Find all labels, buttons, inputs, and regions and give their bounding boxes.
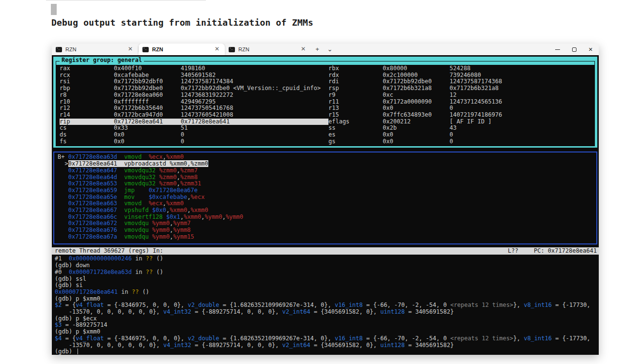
terminal-app-icon: [229, 47, 235, 52]
console-line: -13570, 0, 0, 0, 0, 0, 0}, v4_int32 = {-…: [55, 309, 597, 316]
console-line: #1 0x0000000000000246 in ?? (): [55, 256, 597, 262]
tab-close-icon[interactable]: ✕: [213, 46, 221, 53]
assembly-listing: B+ 0x71728e8ea63d vmovd %ecx,%xmm0 >0x71…: [58, 154, 596, 240]
assembly-line: B+ 0x71728e8ea63d vmovd %ecx,%xmm0: [58, 154, 596, 161]
tab-rzn-3[interactable]: RZN ✕: [225, 44, 311, 55]
tab-title: RZN: [238, 46, 296, 52]
top-divider-line: [46, 0, 206, 0]
tab-rzn-2-active[interactable]: RZN ✕: [139, 44, 225, 55]
register-row: fs0x00gs0x00: [60, 138, 594, 145]
assembly-line: 0x71728e8ea653 vmovdqu32 %zmm0,%zmm31: [58, 181, 596, 187]
console-line: #0 0x000071728e8ea63d in ?? (): [55, 269, 597, 276]
register-row: rip0x71728e8ea6410x71728e8ea641eflags0x2…: [60, 119, 594, 125]
console-line: -13570, 0, 0, 0, 0, 0, 0}, v4_int32 = {-…: [55, 342, 597, 349]
assembly-line: 0x71728e8ea659 jmp 0x71728e8ea67e: [58, 187, 596, 194]
register-row: r100xffffffff4294967295r110x7172a0000090…: [60, 99, 594, 106]
console-line: (gdb) p $xmm0: [55, 329, 597, 335]
console-line: 0x000071728e8ea641 in ?? (): [55, 289, 597, 296]
assembly-line: 0x71728e8ea667 vpshufd $0x0,%xmm0,%xmm0: [58, 207, 596, 214]
gdb-console[interactable]: #1 0x0000000000000246 in ?? ()(gdb) down…: [53, 255, 597, 355]
register-window-titlebar: Register group: general: [53, 57, 597, 65]
tab-close-icon[interactable]: ✕: [299, 46, 307, 53]
console-line: (gdb) si: [55, 282, 597, 289]
register-row: rbp0x7172bb92dbe00x7172bb92dbe0 <VM_Vers…: [60, 85, 594, 92]
titlebar-drag-region: [336, 44, 549, 55]
register-row: rax0x400f104198160rbx0x80000524288: [60, 65, 594, 72]
status-line-indicator: L??: [508, 247, 518, 255]
register-group-title: Register group: general: [60, 57, 144, 64]
tab-dropdown-button[interactable]: ⌄: [324, 44, 336, 55]
register-row: cs0x3351ss0x2b43: [60, 125, 594, 132]
assembly-line: 0x71728e8ea663 vmovd %ecx,%xmm0: [58, 200, 596, 207]
tui-border-line: [594, 61, 595, 146]
register-table: rax0x400f104198160rbx0x80000524288rcx0xc…: [56, 65, 594, 146]
tab-close-icon[interactable]: ✕: [126, 46, 134, 53]
console-line: $2 = {v4_float = {-8346975, 0, 0, 0}, v2…: [55, 302, 597, 309]
terminal-app-icon: [56, 47, 62, 52]
gray-marker-block: [51, 4, 57, 15]
console-line: $3 = -889275714: [55, 322, 597, 329]
console-line: (gdb) p $xmm0: [55, 296, 597, 303]
close-icon: ✕: [588, 46, 592, 53]
tui-border-line: [56, 61, 56, 146]
assembly-line: >0x71728e8ea641 vpbroadcastd %xmm0,%zmm0: [58, 161, 596, 167]
assembly-line: 0x71728e8ea676 vmovdqu %ymm0,%ymm8: [58, 227, 596, 234]
register-row: rsi0x7172bb92dbf0124737587174384rdi0x717…: [60, 78, 594, 85]
register-row: ds0x00es0x00: [60, 132, 594, 138]
status-thread-info: remote Thread 369627 (regs) In:: [55, 247, 508, 255]
assembly-line: 0x71728e8ea65e mov $0xcafebabe,%ecx: [58, 194, 596, 201]
assembly-line: 0x71728e8ea672 vmovdqu %ymm0,%ymm7: [58, 220, 596, 227]
register-row: r120x7172b6b35640124737505416768r130x00: [60, 105, 594, 112]
tab-title: RZN: [152, 46, 210, 52]
close-button[interactable]: ✕: [582, 44, 599, 55]
window-controls: ✕: [549, 44, 599, 55]
assembly-line: 0x71728e8ea647 vmovdqu32 %zmm0,%zmm7: [58, 167, 596, 174]
register-row: r80x71728e8ea060124736831922272r90xc12: [60, 92, 594, 99]
terminal-cursor: [78, 349, 78, 354]
maximize-button[interactable]: [566, 44, 582, 55]
console-line: (gdb) p $ecx: [55, 316, 597, 322]
register-row: r140x7172bca947d0124737605421008r150x7ff…: [60, 112, 594, 119]
console-line: (gdb) down: [55, 262, 597, 269]
register-row: rcx0xcafebabe3405691582rdx0x2c1000007392…: [60, 72, 594, 79]
minimize-button[interactable]: [549, 44, 566, 55]
terminal-screen[interactable]: Register group: general rax0x400f1041981…: [52, 55, 599, 355]
page-title: Debug output starting from initializatio…: [51, 17, 313, 28]
register-window: Register group: general rax0x400f1041981…: [53, 57, 597, 148]
assembly-line: 0x71728e8ea67a vmovdqu %ymm0,%ymm15: [58, 234, 596, 241]
terminal-app-icon: [142, 47, 149, 52]
terminal-window: RZN ✕ RZN ✕ RZN ✕ + ⌄ ✕ Register group: …: [52, 44, 599, 355]
tab-rzn-1[interactable]: RZN ✕: [52, 44, 138, 55]
tab-title: RZN: [65, 46, 123, 52]
assembly-window: B+ 0x71728e8ea63d vmovd %ecx,%xmm0 >0x71…: [53, 152, 597, 244]
assembly-line: 0x71728e8ea66c vinsertf128 $0x1,%xmm0,%y…: [58, 214, 596, 221]
terminal-tab-bar: RZN ✕ RZN ✕ RZN ✕ + ⌄ ✕: [52, 44, 599, 55]
tui-border-line: [56, 146, 595, 146]
console-line: (gdb) ssl: [55, 276, 597, 283]
status-pc-indicator: PC: 0x71728e8ea641: [534, 247, 597, 255]
gdb-status-bar: remote Thread 369627 (regs) In: L?? PC: …: [52, 247, 599, 255]
new-tab-button[interactable]: +: [311, 44, 324, 55]
console-line: (gdb): [55, 349, 597, 355]
assembly-line: 0x71728e8ea64d vmovdqu32 %zmm0,%zmm8: [58, 174, 596, 181]
console-line: $4 = {v4_float = {-8346975, 0, 0, 0}, v2…: [55, 335, 597, 342]
minimize-icon: [555, 49, 560, 50]
maximize-icon: [572, 47, 576, 52]
